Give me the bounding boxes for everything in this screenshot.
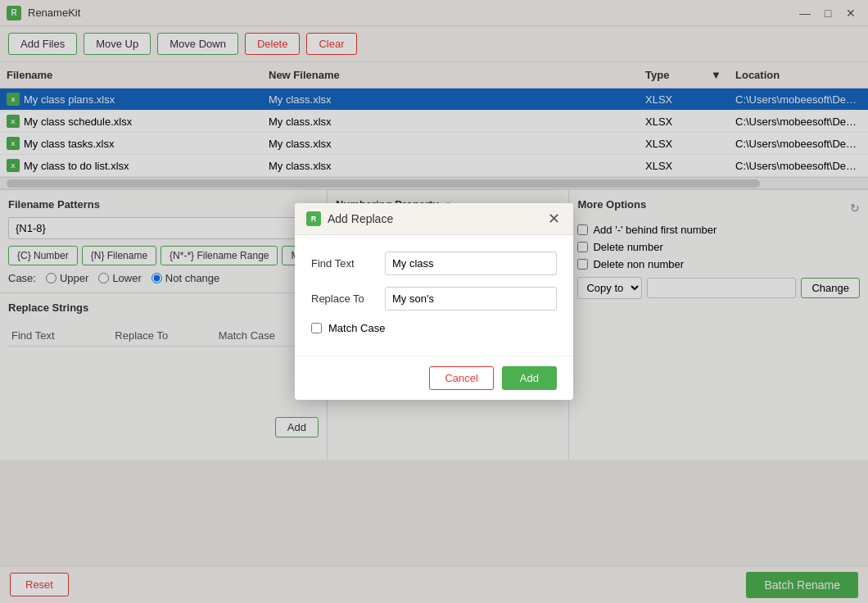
match-case-row: Match Case [311,322,557,334]
find-text-input[interactable] [385,252,557,275]
dialog-add-button[interactable]: Add [502,366,557,390]
dialog-cancel-button[interactable]: Cancel [429,366,493,390]
dialog-icon: R [306,211,321,226]
replace-to-label: Replace To [311,292,385,305]
find-text-label: Find Text [311,257,385,270]
dialog-close-button[interactable]: ✕ [546,211,562,226]
dialog-header-left: R Add Replace [306,211,393,226]
dialog-overlay: R Add Replace ✕ Find Text Replace To Mat… [0,0,868,603]
dialog-title: Add Replace [328,212,393,225]
dialog-header: R Add Replace ✕ [295,203,573,235]
add-replace-dialog: R Add Replace ✕ Find Text Replace To Mat… [295,203,573,400]
match-case-checkbox[interactable] [311,323,322,333]
replace-to-field: Replace To [311,287,557,311]
replace-to-input[interactable] [385,287,557,311]
dialog-footer: Cancel Add [295,356,573,400]
dialog-body: Find Text Replace To Match Case [295,235,573,356]
match-case-label: Match Case [328,322,385,334]
find-text-field: Find Text [311,252,557,275]
